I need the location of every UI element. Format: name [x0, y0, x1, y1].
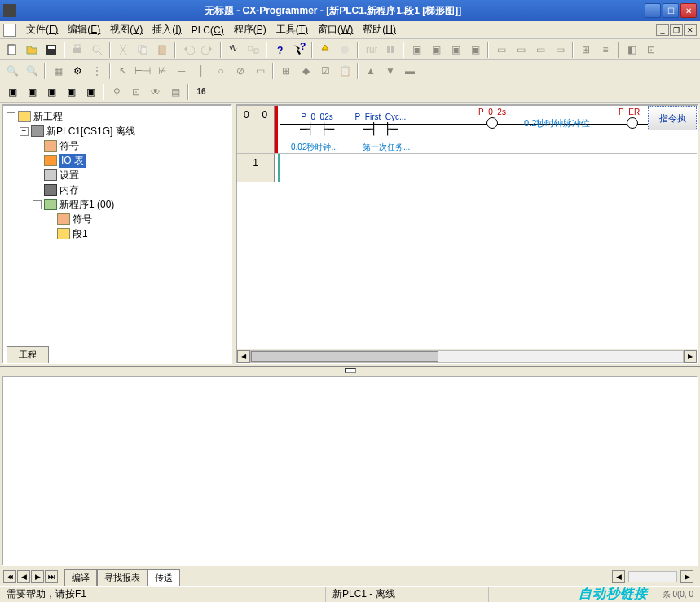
ladder-icon[interactable]: ⊞ [577, 41, 595, 59]
online-button[interactable] [316, 41, 334, 59]
track3-button[interactable]: ▭ [531, 41, 549, 59]
menu-plc[interactable]: PLC(C) [187, 23, 229, 37]
paste-button[interactable] [153, 41, 171, 59]
menu-view[interactable]: 视图(V) [105, 21, 147, 38]
work-online-button[interactable] [336, 41, 354, 59]
cut-button[interactable] [114, 41, 132, 59]
context-help-button[interactable]: ? [290, 41, 308, 59]
grid-button[interactable]: ▦ [49, 62, 67, 80]
output-nav-prev[interactable]: ◀ [17, 570, 30, 583]
menu-program[interactable]: 程序(P) [229, 21, 271, 38]
extra2-button[interactable]: ⊡ [642, 41, 660, 59]
menu-file[interactable]: 文件(F) [21, 21, 63, 38]
maximize-button[interactable]: ☐ [663, 3, 679, 18]
scroll-right-button[interactable]: ▶ [684, 350, 697, 363]
end-instruction[interactable]: 指令执 [648, 106, 697, 130]
contact-open-tool[interactable]: ⊢⊣ [134, 62, 152, 80]
coil-p02s[interactable]: P_0_2s [486, 117, 498, 129]
output-nav-first[interactable]: ⏮ [3, 570, 16, 583]
help-button[interactable]: ? [271, 41, 288, 59]
zoom-out-button[interactable]: 🔍 [23, 62, 41, 80]
tree-prog-symbols[interactable]: 符号 [7, 212, 227, 226]
menu-edit[interactable]: 编辑(E) [63, 21, 105, 38]
symbol-button[interactable]: ⚙ [68, 62, 86, 80]
pause-button[interactable] [381, 41, 399, 59]
output-gripper[interactable] [0, 367, 700, 374]
coil-per[interactable]: P_ER [627, 117, 638, 129]
output-button[interactable]: ▤ [166, 83, 184, 101]
address-button[interactable]: ⋮ [88, 62, 106, 80]
rung-1[interactable]: 1 [237, 154, 697, 182]
run-button[interactable]: run [362, 41, 380, 59]
menu-insert[interactable]: 插入(I) [147, 21, 186, 38]
track2-button[interactable]: ▭ [512, 41, 530, 59]
mdi-close[interactable]: ✕ [684, 24, 697, 36]
undo-button[interactable] [179, 41, 197, 59]
scroll-left-button[interactable]: ◀ [237, 350, 250, 363]
save-button[interactable] [42, 41, 60, 59]
tree-symbols[interactable]: 符号 [7, 138, 227, 153]
tree-io-table[interactable]: IO 表 [7, 153, 227, 168]
ladder-area[interactable]: 00 P_0_02s ─┤ ├─ 0.02秒时钟... P_First_Cyc.… [237, 106, 697, 349]
close-button[interactable]: ✕ [680, 3, 697, 18]
monitor-button[interactable]: ▣ [466, 41, 484, 59]
project-tree[interactable]: −新工程 −新PLC1[CS1G] 离线 符号 IO 表 设置 内存 −新程序1… [3, 106, 231, 345]
tree-program[interactable]: −新程序1 (00) [7, 197, 227, 212]
view3-button[interactable]: ▣ [42, 83, 60, 101]
replace-button[interactable] [244, 41, 262, 59]
compare-button[interactable]: ▣ [447, 41, 464, 59]
output-scroll-left[interactable]: ◀ [612, 570, 625, 583]
tree-settings[interactable]: 设置 [7, 168, 227, 182]
print-preview-button[interactable] [88, 41, 106, 59]
xref-button[interactable]: ⊡ [127, 83, 145, 101]
output-tab-find[interactable]: 寻找报表 [97, 569, 147, 586]
tree-plc[interactable]: −新PLC1[CS1G] 离线 [7, 124, 227, 138]
print-button[interactable] [68, 41, 86, 59]
mdi-restore[interactable]: ❐ [670, 24, 683, 36]
scroll-track[interactable] [250, 350, 684, 363]
redo-button[interactable] [199, 41, 217, 59]
coil-neg-tool[interactable]: ⊘ [231, 62, 249, 80]
section-button[interactable]: ⊞ [277, 62, 295, 80]
transfer-from-button[interactable]: ▣ [427, 41, 445, 59]
view2-button[interactable]: ▣ [23, 83, 41, 101]
coil-tool[interactable]: ○ [212, 62, 230, 80]
output-nav-next[interactable]: ▶ [31, 570, 44, 583]
output-tab-compile[interactable]: 编译 [64, 569, 97, 586]
view1-button[interactable]: ▣ [3, 83, 21, 101]
comment-button[interactable]: 📋 [336, 62, 354, 80]
view5-button[interactable]: ▣ [81, 83, 99, 101]
copy-button[interactable] [134, 41, 152, 59]
output-scroll-right[interactable]: ▶ [680, 570, 693, 583]
select-tool[interactable]: ↖ [114, 62, 132, 80]
project-tab[interactable]: 工程 [7, 346, 49, 363]
track4-button[interactable]: ▭ [551, 41, 569, 59]
menu-tools[interactable]: 工具(T) [271, 21, 313, 38]
output-body[interactable] [2, 376, 698, 566]
minimize-button[interactable]: _ [645, 3, 661, 18]
menu-help[interactable]: 帮助(H) [358, 21, 401, 38]
mdi-minimize[interactable]: _ [656, 24, 669, 36]
hline-tool[interactable]: ─ [173, 62, 191, 80]
check-button[interactable]: ☑ [316, 62, 334, 80]
output-nav-last[interactable]: ⏭ [45, 570, 58, 583]
goto-button[interactable]: ⚲ [108, 83, 125, 101]
output-scroll-track[interactable] [628, 571, 677, 582]
transfer-to-button[interactable]: ▣ [407, 41, 425, 59]
zoom-in-button[interactable]: 🔍 [3, 62, 21, 80]
instruction-tool[interactable]: ▭ [251, 62, 269, 80]
radix-button[interactable]: 16 [192, 83, 210, 101]
rung-up-button[interactable]: ▲ [362, 62, 380, 80]
contact-p002s[interactable]: P_0_02s ─┤ ├─ 0.02秒时钟... [291, 112, 343, 136]
tree-root[interactable]: −新工程 [7, 109, 227, 124]
new-button[interactable] [3, 41, 21, 59]
extra1-button[interactable]: ◧ [623, 41, 641, 59]
ladder-hscroll[interactable]: ◀ ▶ [237, 349, 697, 363]
rung-0[interactable]: 00 P_0_02s ─┤ ├─ 0.02秒时钟... P_First_Cyc.… [237, 106, 697, 154]
watch-button[interactable]: 👁 [147, 83, 165, 101]
contact-closed-tool[interactable]: ⊬ [153, 62, 171, 80]
rung-del-button[interactable]: ▬ [401, 62, 419, 80]
vline-tool[interactable]: │ [192, 62, 210, 80]
open-button[interactable] [23, 41, 41, 59]
scroll-thumb[interactable] [251, 351, 438, 362]
